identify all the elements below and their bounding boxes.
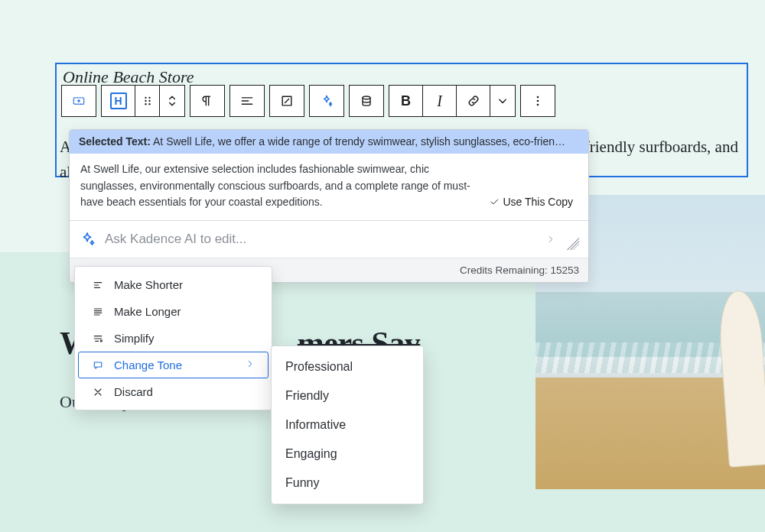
chat-icon — [91, 359, 105, 371]
chevron-right-icon — [245, 358, 256, 371]
svg-point-5 — [148, 100, 150, 102]
ai-sparkle-button[interactable] — [310, 86, 343, 116]
credits-label: Credits Remaining: — [460, 264, 548, 276]
lines-wide-icon — [91, 306, 105, 318]
svg-point-12 — [537, 104, 539, 106]
heading-icon: H — [110, 92, 127, 109]
paragraph-button[interactable] — [190, 86, 224, 116]
sparkle-icon — [79, 231, 96, 248]
block-type-heading-button[interactable]: H — [102, 86, 135, 116]
action-simplify[interactable]: Simplify — [78, 325, 269, 352]
ai-input-row — [70, 221, 588, 258]
select-parent-button[interactable] — [62, 86, 96, 116]
tone-submenu: Professional Friendly Informative Engagi… — [271, 345, 424, 504]
surfboard-decoration — [717, 289, 765, 467]
simplify-icon — [91, 332, 105, 345]
x-icon — [91, 386, 105, 398]
action-make-longer[interactable]: Make Longer — [78, 298, 269, 325]
credits-value: 15253 — [550, 264, 579, 276]
tone-engaging[interactable]: Engaging — [272, 440, 423, 469]
action-change-tone[interactable]: Change Tone — [78, 352, 269, 378]
svg-point-10 — [537, 96, 539, 99]
action-make-shorter[interactable]: Make Shorter — [78, 271, 269, 298]
tone-friendly[interactable]: Friendly — [272, 381, 423, 410]
svg-point-3 — [148, 97, 150, 99]
ai-popover: Selected Text: At Swell Life, we offer a… — [69, 129, 589, 283]
data-source-button[interactable] — [350, 86, 383, 116]
svg-point-6 — [145, 103, 146, 105]
svg-point-1 — [77, 99, 80, 102]
action-label: Change Tone — [114, 358, 236, 371]
block-toolbar: H B I — [61, 85, 555, 117]
svg-point-2 — [145, 97, 146, 99]
tone-funny[interactable]: Funny — [272, 469, 423, 498]
ai-selected-label: Selected Text: — [79, 135, 151, 148]
resize-handle-icon[interactable] — [567, 238, 579, 250]
check-icon — [489, 196, 500, 207]
options-button[interactable] — [521, 86, 555, 116]
more-inline-button[interactable] — [490, 86, 515, 116]
ai-selected-text-row: Selected Text: At Swell Life, we offer a… — [70, 130, 588, 154]
ai-selected-text: At Swell Life, we offer a wide range of … — [153, 135, 565, 148]
ai-suggestion-text: At Swell Life, our extensive selection i… — [80, 161, 474, 211]
svg-point-4 — [145, 100, 146, 102]
italic-button[interactable]: I — [423, 86, 457, 116]
ai-actions-menu: Make Shorter Make Longer Simplify Change… — [74, 266, 272, 410]
use-this-copy-label: Use This Copy — [503, 196, 573, 208]
drag-handle[interactable] — [135, 86, 160, 116]
aspect-button[interactable] — [270, 86, 304, 116]
link-button[interactable] — [457, 86, 490, 116]
svg-point-9 — [363, 96, 370, 99]
action-label: Make Longer — [114, 305, 256, 318]
action-label: Discard — [114, 385, 256, 398]
ai-suggestion-row: At Swell Life, our extensive selection i… — [70, 154, 588, 221]
ai-submit-chevron[interactable] — [544, 234, 558, 245]
svg-point-11 — [537, 100, 539, 102]
action-label: Simplify — [114, 332, 256, 345]
action-label: Make Shorter — [114, 278, 256, 291]
lines-narrow-icon — [91, 279, 105, 291]
bold-button[interactable]: B — [389, 86, 423, 116]
ai-prompt-input[interactable] — [105, 229, 535, 250]
svg-point-7 — [148, 103, 150, 105]
tone-informative[interactable]: Informative — [272, 410, 423, 440]
action-discard[interactable]: Discard — [78, 378, 269, 405]
align-button[interactable] — [230, 86, 264, 116]
move-up-down-button[interactable] — [160, 86, 184, 116]
use-this-copy-button[interactable]: Use This Copy — [484, 193, 578, 211]
tone-professional[interactable]: Professional — [272, 352, 423, 381]
